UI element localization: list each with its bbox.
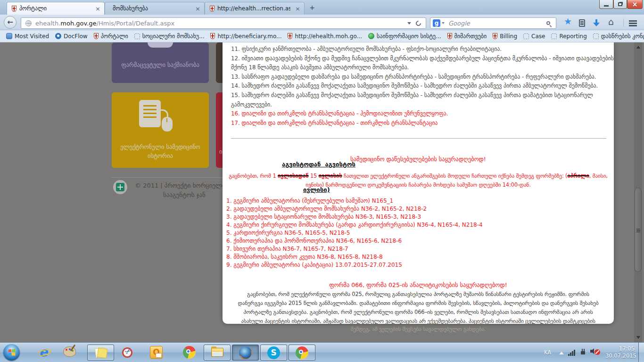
url-text: ehealth.moh.gov.ge/Hmis/Portal/Default.a… (35, 20, 403, 27)
form-list-item: 7. სხივური თერაპია N36-7, N165-7, N218-7 (226, 245, 483, 253)
firefox-button-active[interactable] (232, 345, 259, 361)
skype-button[interactable]: S (260, 345, 287, 361)
close-icon: × (632, 0, 638, 8)
form-list-item: 1. გეგმიური ამბულატორია (შესრულებული სამ… (226, 197, 483, 205)
service-list-top: 11. ფსიქიკური ჯანმრთელობა - ამბულატორიულ… (231, 45, 612, 128)
folder-icon (211, 348, 223, 357)
show-desktop-button[interactable] (638, 343, 644, 362)
power-plug-icon[interactable] (580, 348, 586, 356)
engine-dropdown-icon[interactable] (442, 22, 445, 24)
bookmark-item[interactable]: Case (521, 32, 547, 41)
site-identity-globe-icon[interactable] (25, 20, 32, 26)
agency-logo (113, 180, 127, 194)
tab-title: მომსახურება (113, 5, 190, 12)
list-line: 17. დიალიზი და თირკმლის ტრანსპლანტაცია -… (231, 119, 612, 128)
paragraph-segment: , მაისი, (589, 173, 608, 179)
tab-portal[interactable]: პორტალი × (7, 2, 105, 15)
snipping-tool-icon[interactable]: ✂ (122, 346, 135, 359)
tile-pharmacy[interactable]: ფარმაცევტული საქმიანობა (112, 42, 209, 83)
bookmark-icon (523, 33, 529, 39)
reload-icon[interactable] (415, 19, 422, 27)
restore-icon (618, 2, 622, 6)
scrollbar-thumb[interactable] (635, 188, 642, 272)
clock-date: 30.07.2015 (605, 353, 635, 360)
volume-muted-icon[interactable] (590, 348, 601, 356)
url-dropdown-icon[interactable] (407, 22, 411, 25)
taskbar-clock[interactable]: 17:05 30.07.2015 (605, 346, 635, 360)
bookmark-star-icon[interactable]: ★ (564, 16, 572, 26)
tab-close-icon[interactable]: × (195, 6, 200, 12)
copyright-text: © 2011 | პროექტი ხორციელდება (135, 182, 236, 189)
firefox-icon (239, 346, 252, 359)
menu-hamburger-icon[interactable] (629, 20, 637, 22)
bookmark-item[interactable]: Billing (490, 32, 520, 41)
network-signal-icon[interactable] (568, 349, 577, 356)
tab-close-icon[interactable]: × (295, 6, 300, 12)
internet-explorer-icon[interactable]: e (37, 346, 50, 359)
bookmarks-menu-icon[interactable] (579, 19, 585, 27)
paragraph-segment: აპრილი (567, 173, 589, 179)
tab-correction[interactable]: http://ehealth...rrection.aspx × (205, 2, 305, 15)
announcement-modal: 11. ფსიქიკური ჯანმრთელობა - ამბულატორიულ… (223, 42, 614, 324)
clock-time: 17:05 (605, 346, 635, 353)
start-button[interactable] (3, 344, 20, 361)
file-explorer-button[interactable] (204, 345, 231, 361)
tab-title: http://ehealth...rrection.aspx (217, 5, 290, 12)
chrome-button[interactable] (289, 345, 315, 361)
language-indicator[interactable]: KA (544, 349, 551, 356)
paragraph-line: გაცნობებთ, რომ ელექტრონული ფორმა 025, რო… (223, 290, 614, 299)
google-engine-icon[interactable]: g (433, 19, 440, 27)
bookmark-item[interactable]: Most Visited (4, 32, 51, 41)
window-close-button[interactable]: × (627, 0, 643, 9)
downloads-icon[interactable] (593, 19, 600, 27)
bookmark-label: მიმართვები (454, 33, 487, 40)
chrome-icon[interactable] (183, 346, 196, 359)
minimize-icon (604, 5, 609, 7)
new-tab-button[interactable]: + (307, 4, 317, 12)
bookmark-item[interactable]: Reporting (549, 32, 589, 41)
page-scrollbar[interactable] (634, 42, 642, 342)
scroll-down-button[interactable] (634, 334, 642, 341)
bookmark-item[interactable]: DocFlow (53, 32, 90, 41)
modal-divider (231, 138, 606, 139)
outlook-icon[interactable]: O (150, 346, 163, 359)
titlebar: პორტალი × მომსახურება × http://ehealth..… (0, 0, 644, 15)
list-line: მქონე 18 წლამდე ასაკის ბავშვთა ამბულატორ… (231, 63, 612, 73)
bookmark-item[interactable]: http://ehealth.moh.go... (285, 32, 364, 41)
notice-heading-1: სამედიცინო დაწესებულებების საყურადღებოდ! (223, 156, 614, 163)
window-restore-button[interactable] (613, 0, 627, 9)
tab-close-icon[interactable]: × (95, 6, 100, 12)
tile-electronic-medical-history[interactable]: ელექტრონული სამედიცინოისტორია (112, 92, 209, 168)
show-hidden-icons-chevron[interactable] (559, 352, 564, 354)
bookmark-label: სოციალური მომსახუ... (142, 33, 205, 40)
form-list-item: 8. მშობიარობა, საკეისრო კვეთა N36-8, N16… (226, 253, 483, 261)
bookmark-icon (493, 33, 497, 39)
form-list-item: 9. გეგმიური ამბულატორია (კაპიტაცია) 13.0… (226, 261, 483, 269)
paragraph-segment: გაცნობებთ, რომ 1 (229, 173, 278, 179)
window-minimize-button[interactable] (599, 0, 613, 9)
sticky-notes-button[interactable] (87, 345, 114, 361)
paint-icon[interactable] (63, 346, 76, 357)
home-icon[interactable]: ⌂ (608, 16, 614, 27)
notice-paragraph-line-1: გაცნობებთ, რომ 1 ივლისიდან 15 ივლისის ჩა… (223, 173, 614, 179)
bookmark-item[interactable]: საინფორმაციო სისტე... (366, 32, 444, 41)
bookmark-item[interactable]: სოციალური მომსახუ... (132, 32, 207, 41)
tile-label: ფარმაცევტული საქმიანობა (112, 61, 209, 68)
search-icon[interactable] (546, 21, 550, 25)
bookmarks-bar: Most Visited DocFlow პორტალი სოციალური მ… (0, 30, 644, 42)
form-list-item: 6. ქიმიოთერაპია და ჰორმონოთერაპია N36-6,… (226, 237, 483, 245)
paragraph-line: ასახული პაციენტის ისტორიაში, ამჟამად სავ… (223, 317, 614, 324)
tab-title: პორტალი (19, 5, 91, 12)
paragraph-line: დანერგვა იგეგმება 2015 წლის განმავლობაში… (223, 299, 614, 308)
notice-paragraph-line-2: ივნისი) წარმოდგენილი დოკუმენტაციის ჩაბარ… (223, 181, 614, 188)
search-input[interactable]: g Google (430, 17, 556, 29)
bookmark-item[interactable]: დასწრების კონტრო... (591, 32, 644, 41)
bookmark-item[interactable]: მიმართვები (445, 32, 489, 41)
scroll-up-button[interactable] (634, 43, 642, 51)
tab-services[interactable]: მომსახურება × (105, 2, 205, 15)
bookmark-item[interactable]: http://beneficiary.mo... (208, 32, 284, 41)
back-button[interactable]: ← (4, 16, 17, 29)
url-bar[interactable]: ehealth.moh.gov.ge/Hmis/Portal/Default.a… (21, 17, 426, 29)
chrome-icon (296, 346, 308, 359)
bookmark-item[interactable]: პორტალი (91, 32, 131, 41)
